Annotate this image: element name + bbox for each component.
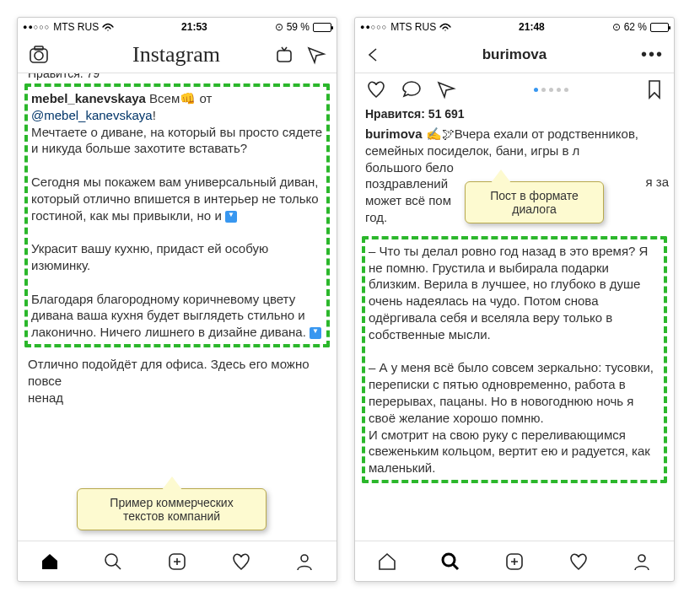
arrow-down-emoji	[225, 211, 237, 223]
bookmark-icon[interactable]	[645, 78, 664, 100]
svg-point-9	[638, 555, 645, 562]
post-actions-row	[365, 73, 664, 105]
annotation-callout: Пост в формате диалога	[465, 181, 604, 223]
svg-point-4	[105, 554, 117, 566]
annotation-callout: Пример коммерческих текстов компаний	[77, 488, 267, 530]
wifi-icon	[102, 23, 114, 31]
post-dialogue: – Что ты делал ровно год назад в это вре…	[369, 243, 660, 476]
carousel-pager	[534, 88, 568, 92]
home-tab-icon[interactable]	[376, 551, 398, 573]
tab-bar	[18, 541, 337, 581]
fist-emoji: 👊	[180, 91, 196, 105]
messages-icon[interactable]	[306, 45, 326, 65]
status-bar: ●●○○○ MTS RUS 21:53 ⊙ 59 %	[18, 18, 337, 36]
likes-count[interactable]: Нравится: 51 691	[365, 105, 664, 126]
alarm-icon: ⊙	[275, 21, 283, 33]
svg-rect-2	[35, 46, 43, 50]
status-time: 21:53	[181, 21, 207, 33]
status-time: 21:48	[519, 21, 545, 33]
add-tab-icon[interactable]	[166, 551, 188, 573]
signal-dots: ●●○○○	[23, 23, 50, 31]
more-icon[interactable]: •••	[641, 45, 664, 64]
activity-tab-icon[interactable]	[230, 551, 252, 573]
post-caption: mebel_kanevskaya Всем👊 от @mebel_kanevsk…	[31, 90, 323, 341]
nav-bar: burimova •••	[355, 36, 674, 73]
alarm-icon: ⊙	[612, 21, 621, 33]
feed-area[interactable]: Нравится: 79 mebel_kanevskaya Всем👊 от @…	[18, 73, 337, 541]
carrier-label: MTS RUS	[390, 21, 436, 33]
add-tab-icon[interactable]	[503, 551, 525, 573]
emoji-pen-dove: ✍️🕊	[426, 126, 455, 141]
svg-point-7	[443, 554, 455, 566]
tab-bar	[355, 541, 674, 581]
profile-tab-icon[interactable]	[631, 551, 653, 573]
share-icon[interactable]	[436, 79, 456, 100]
post-author[interactable]: burimova	[365, 126, 423, 141]
instagram-logo: Instagram	[132, 42, 220, 67]
likes-count-cut: Нравится: 79	[28, 73, 326, 82]
nav-title: burimova	[482, 46, 547, 62]
mention-link[interactable]: @mebel_kanevskaya	[31, 108, 153, 122]
home-tab-icon[interactable]	[39, 551, 61, 573]
battery-icon	[650, 23, 669, 32]
svg-point-6	[301, 555, 308, 562]
battery-percent: 59 %	[287, 21, 310, 33]
arrow-down-emoji	[310, 327, 321, 339]
igtv-icon[interactable]	[274, 45, 294, 65]
status-bar: ●●○○○ MTS RUS 21:48 ⊙ 62 %	[355, 18, 674, 36]
phone-left: ●●○○○ MTS RUS 21:53 ⊙ 59 % Instagram Нра…	[17, 17, 337, 582]
battery-percent: 62 %	[624, 21, 647, 33]
highlight-box: mebel_kanevskaya Всем👊 от @mebel_kanevsk…	[24, 83, 330, 347]
search-tab-icon[interactable]	[102, 551, 124, 573]
post-author[interactable]: mebel_kanevskaya	[31, 91, 146, 105]
highlight-box: – Что ты делал ровно год назад в это вре…	[362, 236, 667, 483]
signal-dots: ●●○○○	[360, 23, 387, 31]
post-continuation: Отлично подойдёт для офиса. Здесь его мо…	[28, 356, 326, 406]
camera-icon[interactable]	[28, 44, 50, 66]
back-icon[interactable]	[365, 46, 382, 63]
comment-icon[interactable]	[401, 78, 423, 100]
wifi-icon	[439, 23, 451, 31]
search-tab-icon[interactable]	[439, 551, 461, 573]
overflow-text: я за	[645, 175, 669, 189]
feed-area[interactable]: Нравится: 51 691 burimova ✍️🕊Вчера ехали…	[355, 73, 674, 541]
like-icon[interactable]	[365, 78, 387, 100]
svg-rect-3	[277, 51, 291, 62]
nav-bar: Instagram	[18, 36, 337, 73]
profile-tab-icon[interactable]	[293, 551, 315, 573]
carrier-label: MTS RUS	[53, 21, 99, 33]
activity-tab-icon[interactable]	[568, 551, 590, 573]
svg-point-1	[35, 51, 43, 60]
battery-icon	[313, 23, 331, 32]
phone-right: ●●○○○ MTS RUS 21:48 ⊙ 62 % burimova •••	[354, 17, 675, 582]
